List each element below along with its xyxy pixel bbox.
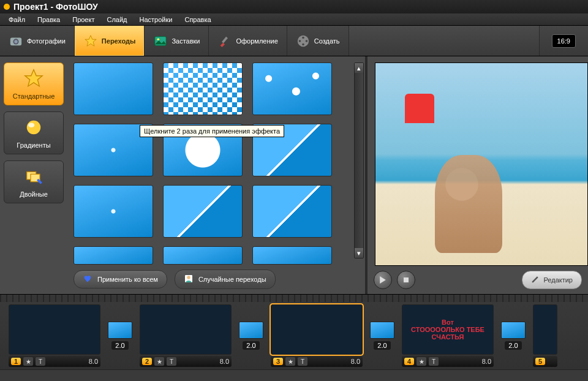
main-tabs: Фотографии Переходы Заставки Оформление … (0, 26, 349, 56)
transition-thumb[interactable] (370, 322, 394, 339)
star-icon[interactable]: ★ (285, 357, 295, 366)
window-title: Проект1 - ФотоШОУ (13, 2, 98, 12)
scroll-down-icon[interactable]: ▾ (355, 248, 363, 258)
star-icon[interactable]: ★ (154, 357, 164, 366)
category-standard[interactable]: Стандартные (4, 62, 64, 105)
text-icon[interactable]: T (167, 357, 176, 366)
apply-to-all-button[interactable]: Применить ко всем (74, 270, 167, 289)
grid-scrollbar[interactable]: ▴ ▾ (354, 62, 364, 258)
star-icon (83, 34, 98, 48)
slide-text: Вот (442, 319, 454, 326)
picture-icon (153, 34, 168, 48)
timeline-slide[interactable]: Вот СТОООООЛЬКО ТЕБЕ СЧАСТЬЯ 4 ★ T 8.0 (402, 304, 494, 367)
timeline-audio-track[interactable] (0, 369, 588, 381)
gradient-sphere-icon (7, 116, 61, 139)
tab-design-label: Оформление (236, 37, 277, 45)
svg-rect-20 (404, 277, 409, 282)
svg-point-10 (302, 43, 304, 45)
star-icon[interactable]: ★ (417, 357, 426, 366)
slide-thumbnail[interactable] (271, 304, 363, 355)
slide-preview (375, 62, 588, 266)
menu-project[interactable]: Проект (66, 14, 100, 25)
svg-point-18 (187, 276, 190, 279)
text-icon[interactable]: T (429, 357, 439, 366)
transition-thumb[interactable] (252, 246, 332, 265)
menu-file[interactable]: Файл (2, 14, 31, 25)
transition-thumb[interactable] (108, 322, 132, 339)
svg-point-11 (298, 40, 301, 42)
category-double[interactable]: Двойные (4, 160, 64, 203)
svg-marker-19 (380, 276, 386, 284)
tab-screensavers[interactable]: Заставки (145, 26, 209, 56)
preview-controls: Редактир (368, 266, 588, 294)
tab-transitions[interactable]: Переходы (75, 26, 145, 56)
star-icon (7, 67, 61, 90)
random-transitions-button[interactable]: Случайные переходы (175, 270, 276, 289)
tab-transitions-label: Переходы (102, 37, 136, 45)
text-icon[interactable]: T (36, 357, 45, 366)
timeline-transition[interactable]: 2.0 (238, 322, 265, 350)
timeline-slide[interactable]: 2 ★ T 8.0 (140, 304, 232, 367)
star-icon[interactable]: ★ (23, 357, 33, 366)
tab-create[interactable]: Создать (287, 26, 349, 56)
slide-duration: 8.0 (351, 358, 360, 365)
tab-design[interactable]: Оформление (209, 26, 287, 56)
tab-photos[interactable]: Фотографии (0, 26, 75, 56)
slide-text: СТОООООЛЬКО ТЕБЕ (411, 326, 484, 333)
timeline-ruler[interactable] (0, 295, 588, 302)
svg-point-9 (305, 40, 307, 42)
user-icon (184, 274, 194, 285)
menu-settings[interactable]: Настройки (134, 14, 179, 25)
film-reel-icon (296, 34, 311, 48)
aspect-ratio-value: 16:9 (552, 34, 576, 48)
slide-number: 1 (11, 358, 21, 365)
transition-thumb[interactable] (252, 185, 332, 238)
slide-number: 3 (273, 358, 283, 365)
scroll-up-icon[interactable]: ▴ (355, 63, 363, 73)
svg-point-13 (27, 121, 41, 135)
transition-thumb[interactable] (239, 322, 263, 339)
svg-point-5 (157, 38, 160, 40)
slide-thumbnail[interactable] (533, 304, 557, 355)
timeline-slide[interactable]: 1 ★ T 8.0 (9, 304, 100, 367)
transition-duration: 2.0 (111, 341, 128, 350)
timeline-slide[interactable]: 3 ★ T 8.0 (271, 304, 363, 367)
main-toolbar: Фотографии Переходы Заставки Оформление … (0, 26, 588, 56)
app-icon (4, 4, 10, 10)
text-icon[interactable]: T (298, 357, 307, 366)
category-gradients[interactable]: Градиенты (4, 111, 64, 154)
edit-slide-button[interactable]: Редактир (522, 271, 582, 289)
tab-create-label: Создать (314, 37, 340, 45)
heart-icon (83, 274, 92, 284)
timeline-transition[interactable]: 2.0 (369, 322, 396, 350)
transition-thumb[interactable] (74, 185, 153, 238)
timeline-transition[interactable]: 2.0 (500, 322, 527, 350)
svg-marker-12 (25, 70, 42, 86)
menu-slide[interactable]: Слайд (100, 14, 133, 25)
menu-help[interactable]: Справка (178, 14, 217, 25)
slide-thumbnail[interactable] (140, 304, 232, 355)
transition-thumb[interactable] (74, 246, 153, 265)
play-button[interactable] (374, 271, 392, 289)
stop-button[interactable] (397, 271, 415, 289)
timeline-strip[interactable]: 1 ★ T 8.0 2.0 2 ★ T 8.0 2.0 (0, 302, 588, 369)
transition-thumb[interactable] (252, 62, 332, 115)
timeline-transition[interactable]: 2.0 (107, 322, 134, 350)
transition-thumb[interactable] (163, 185, 243, 238)
brush-icon (217, 34, 232, 48)
aspect-ratio-selector[interactable]: 16:9 (539, 26, 588, 56)
slide-thumbnail[interactable]: Вот СТОООООЛЬКО ТЕБЕ СЧАСТЬЯ (402, 304, 494, 355)
pencil-icon (531, 275, 540, 285)
transition-thumb[interactable] (163, 62, 243, 115)
timeline-slide[interactable]: 5 (533, 304, 557, 367)
transition-thumb[interactable] (163, 246, 243, 265)
svg-point-2 (14, 40, 18, 43)
menu-edit[interactable]: Правка (31, 14, 66, 25)
slide-duration: 8.0 (482, 358, 491, 365)
slide-thumbnail[interactable] (9, 304, 100, 355)
transition-thumb[interactable] (501, 322, 526, 339)
svg-rect-6 (222, 36, 228, 43)
apply-to-all-label: Применить ко всем (97, 276, 158, 283)
transition-duration: 2.0 (505, 341, 521, 350)
transition-thumb[interactable] (74, 62, 153, 115)
